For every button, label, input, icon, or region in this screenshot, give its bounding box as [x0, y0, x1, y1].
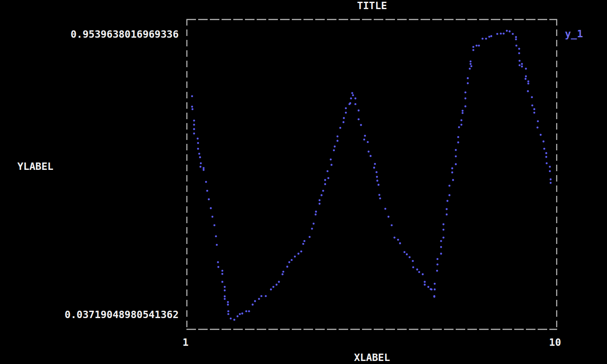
data-point — [516, 45, 518, 47]
data-point — [533, 112, 535, 114]
data-point — [227, 310, 229, 312]
data-point — [460, 119, 463, 121]
data-point — [297, 253, 300, 255]
data-point — [470, 63, 472, 65]
data-point — [467, 77, 469, 79]
data-point — [324, 183, 326, 185]
data-point — [302, 243, 304, 245]
data-point — [455, 155, 457, 157]
data-point — [290, 259, 293, 261]
data-point — [488, 36, 490, 38]
data-point — [193, 128, 195, 130]
data-point — [460, 124, 463, 126]
data-point — [300, 250, 303, 253]
chart-title: TITLE — [186, 0, 558, 11]
data-point — [404, 251, 406, 254]
data-point — [222, 281, 224, 283]
data-point — [319, 203, 321, 205]
data-point — [440, 240, 442, 242]
data-point — [437, 263, 439, 266]
data-point — [412, 266, 414, 269]
data-point — [245, 310, 248, 312]
data-point — [399, 242, 401, 244]
data-point — [354, 103, 356, 105]
data-point — [198, 153, 200, 155]
data-point — [193, 120, 195, 122]
data-point — [222, 273, 224, 275]
data-point — [350, 98, 352, 100]
data-point — [452, 179, 454, 181]
data-point — [478, 45, 480, 47]
data-point — [446, 208, 448, 210]
data-point — [217, 266, 219, 268]
y-axis-max-tick: 0.9539638016969336 — [56, 29, 179, 40]
data-point — [330, 159, 332, 161]
data-point — [437, 258, 439, 260]
data-point — [230, 318, 232, 320]
data-point — [436, 270, 438, 272]
data-point — [352, 94, 354, 97]
data-point — [208, 198, 210, 201]
data-point — [254, 300, 256, 302]
data-point — [424, 284, 426, 286]
data-point — [448, 194, 450, 196]
data-point — [239, 313, 241, 315]
data-point — [451, 167, 454, 169]
y-axis-label: YLABEL — [17, 161, 53, 172]
data-point — [424, 281, 426, 283]
data-point — [237, 315, 239, 318]
data-point — [351, 92, 353, 94]
data-point — [490, 35, 493, 37]
data-point — [278, 281, 280, 283]
x-axis-min-tick: 1 — [183, 337, 189, 348]
data-point — [199, 156, 201, 159]
data-point — [472, 49, 474, 51]
data-point — [519, 64, 521, 66]
data-point — [457, 136, 460, 138]
data-point — [458, 126, 460, 128]
data-point — [324, 179, 326, 181]
data-point — [227, 304, 229, 306]
data-point — [193, 124, 195, 126]
data-point — [457, 141, 460, 143]
data-point — [476, 45, 478, 47]
data-point — [197, 148, 199, 150]
data-point — [197, 142, 199, 144]
data-point — [434, 289, 436, 291]
data-point — [286, 266, 288, 268]
data-point — [443, 229, 445, 231]
data-point — [470, 65, 473, 67]
data-point — [374, 163, 376, 165]
data-point — [542, 140, 545, 143]
data-point — [217, 261, 219, 263]
data-point — [550, 182, 552, 184]
data-point — [531, 104, 533, 107]
data-point — [193, 133, 195, 135]
data-point — [227, 313, 229, 315]
data-point — [388, 216, 390, 218]
data-point — [313, 223, 315, 225]
data-point — [345, 112, 347, 114]
data-point — [412, 260, 414, 262]
data-point — [360, 124, 362, 126]
data-point — [248, 310, 250, 312]
data-point — [369, 155, 372, 157]
data-point — [288, 261, 290, 263]
data-point — [336, 135, 339, 137]
data-point — [354, 98, 356, 100]
data-point — [527, 80, 529, 82]
data-point — [464, 98, 467, 100]
data-point — [455, 149, 457, 151]
data-point — [416, 269, 418, 271]
data-point — [515, 38, 517, 40]
data-point — [205, 181, 207, 183]
data-point — [191, 106, 193, 108]
data-point — [373, 167, 375, 169]
terminal-plot-screen: TITLE 0.9539638016969336 0.0371904898054… — [0, 0, 607, 364]
data-point — [272, 286, 274, 288]
data-point — [549, 166, 551, 168]
data-point — [294, 256, 296, 258]
data-point — [330, 164, 333, 166]
data-point — [506, 30, 508, 32]
data-point — [472, 46, 474, 48]
